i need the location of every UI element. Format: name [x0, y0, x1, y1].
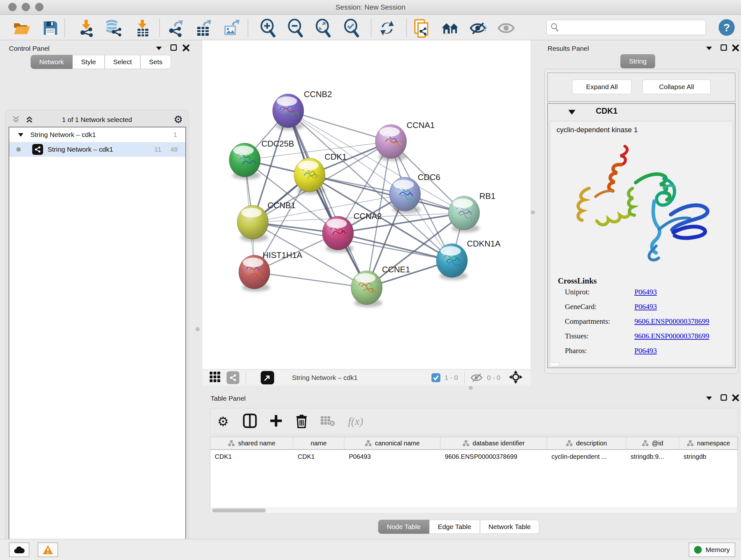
column-header-namespace[interactable]: namespace: [679, 437, 738, 449]
import-table-file-button[interactable]: [133, 19, 151, 37]
network-graph[interactable]: CCNB2CCNA1CDC25BCDK1CDC6RB1CCNB1CCNA2CDK…: [202, 40, 530, 369]
node-CCNB1[interactable]: [237, 205, 268, 242]
zoom-in-button[interactable]: [259, 19, 277, 37]
table-hscrollbar-track[interactable]: [210, 508, 738, 513]
table-cell[interactable]: CDK1: [293, 450, 344, 463]
crosslink-link[interactable]: 9606.ENSP00000378699: [634, 332, 710, 340]
node-CCNB2[interactable]: [273, 94, 304, 130]
edge-CCNB2-CCNE1[interactable]: [288, 111, 367, 288]
network-overview-button[interactable]: [226, 371, 239, 384]
show-glass-button[interactable]: [497, 19, 515, 37]
save-session-button[interactable]: [42, 19, 59, 37]
results-panel-float-button[interactable]: [721, 44, 727, 51]
tab-select[interactable]: Select: [105, 55, 140, 69]
function-builder-button[interactable]: f(x): [348, 415, 363, 428]
tab-network-table[interactable]: Network Table: [480, 520, 540, 534]
delete-column-button[interactable]: [295, 414, 308, 429]
table-settings-gear-icon[interactable]: ⚙: [217, 415, 229, 428]
string-home-button[interactable]: [441, 19, 459, 37]
table-cell[interactable]: P06493: [344, 450, 441, 463]
node-CCNA1[interactable]: [375, 125, 407, 161]
table-cell[interactable]: 9606.ENSP00000378699: [441, 450, 547, 463]
column-header--id[interactable]: @id: [626, 437, 679, 449]
node-RB1[interactable]: [448, 196, 480, 233]
detach-view-button[interactable]: [261, 371, 274, 384]
hidden-eye-slash-icon[interactable]: [470, 373, 483, 383]
edge-CCNA2-CDKN1A[interactable]: [338, 233, 452, 260]
table-hscrollbar-thumb[interactable]: [212, 509, 266, 512]
tab-node-table[interactable]: Node Table: [378, 520, 429, 534]
network-collection-row[interactable]: String Network – cdk1 1: [9, 127, 185, 142]
network-canvas[interactable]: CCNB2CCNA1CDC25BCDK1CDC6RB1CCNB1CCNA2CDK…: [202, 40, 530, 369]
left-splitter-handle[interactable]: [196, 327, 199, 331]
node-CDC6[interactable]: [389, 177, 421, 213]
import-network-file-button[interactable]: [77, 19, 95, 37]
table-cell[interactable]: CDK1: [210, 450, 293, 463]
control-panel-close-button[interactable]: [183, 44, 190, 53]
node-table[interactable]: shared namenamecanonical namedatabase id…: [210, 437, 738, 508]
expand-all-button[interactable]: Expand All: [572, 79, 631, 94]
add-column-button[interactable]: [270, 415, 282, 428]
refresh-view-button[interactable]: [378, 19, 396, 37]
collapse-triangle-icon[interactable]: [568, 109, 576, 115]
tab-sets[interactable]: Sets: [140, 55, 171, 69]
table-cell[interactable]: stringdb:9...: [626, 450, 679, 463]
column-header-name[interactable]: name: [293, 437, 344, 449]
pan-mode-button[interactable]: [509, 370, 523, 385]
clone-network-button[interactable]: [413, 19, 431, 37]
control-panel-menu-button[interactable]: [155, 45, 163, 52]
column-header-description[interactable]: description: [547, 437, 626, 449]
node-HIST1H1A[interactable]: [239, 255, 270, 292]
warnings-button[interactable]: [38, 543, 58, 557]
node-CCNE1[interactable]: [351, 271, 382, 307]
node-CDKN1A[interactable]: [436, 244, 468, 280]
table-panel-float-button[interactable]: [721, 394, 727, 401]
zoom-fit-button[interactable]: [314, 19, 332, 37]
memory-button[interactable]: Memory: [689, 543, 735, 557]
open-session-button[interactable]: [13, 19, 30, 37]
table-panel-menu-button[interactable]: [705, 395, 713, 402]
birdseye-grid-button[interactable]: [209, 371, 221, 384]
zoom-out-button[interactable]: [286, 19, 305, 37]
tab-string[interactable]: String: [620, 54, 655, 68]
column-header-database-identifier[interactable]: database identifier: [441, 437, 547, 449]
collapse-triangle-icon[interactable]: [17, 132, 24, 137]
table-panel-close-button[interactable]: [732, 394, 739, 402]
crosslink-link[interactable]: 9606.ENSP00000378699: [634, 317, 710, 326]
table-row[interactable]: CDK1CDK1P064939606.ENSP00000378699cyclin…: [210, 450, 738, 463]
selected-checkbox-icon[interactable]: [431, 373, 441, 382]
node-CCNA2[interactable]: [322, 216, 354, 253]
tab-style[interactable]: Style: [72, 55, 105, 69]
network-row-selected[interactable]: String Network – cdk1 11 48: [9, 142, 185, 157]
results-scrollbar[interactable]: [550, 362, 559, 366]
hide-glass-button[interactable]: [469, 19, 487, 37]
tab-edge-table[interactable]: Edge Table: [429, 520, 480, 534]
delete-table-button-disabled[interactable]: [320, 415, 335, 428]
help-button[interactable]: ?: [719, 19, 735, 36]
results-panel-menu-button[interactable]: [705, 45, 713, 52]
node-CDC25B[interactable]: [229, 143, 260, 179]
horizontal-splitter-handle[interactable]: [469, 386, 473, 390]
tab-network[interactable]: Network: [30, 55, 72, 69]
cloud-button[interactable]: [9, 543, 29, 557]
collapse-all-button[interactable]: Collapse All: [643, 79, 711, 94]
table-cell[interactable]: stringdb: [679, 450, 738, 463]
search-field[interactable]: [546, 20, 706, 35]
results-panel-close-button[interactable]: [732, 44, 739, 53]
control-panel-float-button[interactable]: [171, 44, 177, 51]
import-network-database-button[interactable]: [105, 19, 122, 37]
export-image-button[interactable]: [222, 19, 240, 37]
gear-icon[interactable]: ⚙: [174, 113, 183, 125]
column-header-canonical-name[interactable]: canonical name: [344, 437, 441, 449]
export-table-button[interactable]: [194, 19, 212, 37]
crosslink-link[interactable]: P06493: [634, 303, 657, 311]
column-header-shared-name[interactable]: shared name: [210, 437, 293, 449]
export-network-button[interactable]: [167, 19, 185, 37]
crosslink-link[interactable]: P06493: [634, 288, 657, 296]
node-CDK1[interactable]: [294, 158, 325, 194]
zoom-selected-button[interactable]: [343, 19, 360, 37]
table-cell[interactable]: cyclin-dependent ...: [547, 450, 626, 463]
show-columns-button[interactable]: [243, 414, 257, 429]
edge-CCNE1-HIST1H1A[interactable]: [254, 272, 367, 288]
right-splitter-handle[interactable]: [531, 210, 535, 214]
